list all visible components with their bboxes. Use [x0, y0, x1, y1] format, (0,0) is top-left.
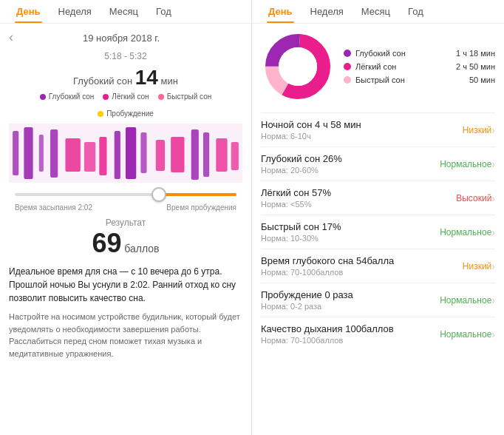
- donut-light-label: Лёгкий сон: [355, 62, 452, 71]
- donut-section: Глубокий сон 1 ч 18 мин Лёгкий сон 2 ч 5…: [261, 30, 495, 104]
- tab-right-week[interactable]: Неделя: [302, 0, 353, 23]
- donut-legend-deep: Глубокий сон 1 ч 18 мин: [344, 49, 495, 58]
- stat-status-6: Нормальное: [440, 329, 491, 340]
- stat-title-5: Пробуждение 0 раза: [261, 289, 440, 300]
- legend-wake-label: Пробуждение: [106, 109, 154, 118]
- right-tab-bar: День Неделя Месяц Год: [252, 0, 504, 24]
- chevron-icon-5: ›: [491, 294, 495, 306]
- slider-left-label: Время засыпания 2:02: [15, 203, 92, 212]
- svg-rect-15: [216, 138, 227, 172]
- svg-rect-9: [126, 127, 136, 179]
- chevron-icon-0: ›: [491, 124, 495, 136]
- tab-right-day[interactable]: День: [259, 0, 302, 23]
- svg-rect-5: [65, 138, 80, 172]
- donut-deep-label: Глубокий сон: [355, 49, 452, 58]
- stat-title-0: Ночной сон 4 ч 58 мин: [261, 119, 463, 130]
- time-range: 5:18 - 5:32: [9, 51, 242, 61]
- stat-norm-6: Норма: 70-100баллов: [261, 336, 440, 345]
- stat-row-0[interactable]: Ночной сон 4 ч 58 мин Норма: 6-10ч Низки…: [261, 112, 495, 146]
- stat-row-6[interactable]: Качество дыхания 100баллов Норма: 70-100…: [261, 317, 495, 351]
- donut-rem-value: 50 мин: [469, 75, 495, 84]
- stat-norm-1: Норма: 20-60%: [261, 166, 440, 175]
- svg-rect-8: [115, 131, 120, 179]
- stat-row-3[interactable]: Быстрый сон 17% Норма: 10-30% Нормальное…: [261, 215, 495, 249]
- stat-status-5: Нормальное: [440, 295, 491, 306]
- tab-right-month[interactable]: Месяц: [353, 0, 399, 23]
- deep-sleep-value: 14: [135, 66, 158, 89]
- stat-row-5[interactable]: Пробуждение 0 раза Норма: 0-2 раза Норма…: [261, 283, 495, 317]
- legend-rem-label: Быстрый сон: [167, 92, 212, 101]
- stat-row-4[interactable]: Время глубокого сна 54балла Норма: 70-10…: [261, 249, 495, 283]
- stat-norm-2: Норма: <55%: [261, 200, 456, 209]
- sleep-slider[interactable]: [15, 186, 236, 203]
- stat-status-0: Низкий: [463, 125, 492, 135]
- left-tab-bar: День Неделя Месяц Год: [0, 0, 251, 24]
- prev-arrow[interactable]: ‹: [9, 30, 13, 45]
- info-text-secondary: Настройте на носимом устройстве будильни…: [9, 311, 242, 360]
- stat-left-3: Быстрый сон 17% Норма: 10-30%: [261, 221, 440, 243]
- legend-rem: Быстрый сон: [158, 92, 212, 101]
- result-section: Результат 69 баллов: [9, 218, 242, 259]
- stat-norm-4: Норма: 70-100баллов: [261, 268, 463, 277]
- svg-rect-12: [171, 137, 184, 172]
- result-label: Результат: [9, 218, 242, 228]
- chevron-icon-4: ›: [491, 260, 495, 272]
- legend-light: Лёгкий сон: [103, 92, 149, 101]
- stat-title-2: Лёгкий сон 57%: [261, 187, 456, 198]
- result-score: 69: [92, 228, 122, 258]
- stat-title-1: Глубокий сон 26%: [261, 153, 440, 164]
- chevron-icon-6: ›: [491, 328, 495, 340]
- stat-title-3: Быстрый сон 17%: [261, 221, 440, 232]
- svg-rect-16: [231, 142, 239, 170]
- svg-rect-11: [156, 140, 165, 171]
- tab-left-year[interactable]: Год: [147, 0, 180, 23]
- svg-rect-4: [50, 129, 58, 178]
- donut-legend: Глубокий сон 1 ч 18 мин Лёгкий сон 2 ч 5…: [344, 49, 495, 84]
- sleep-chart: [9, 124, 242, 183]
- date-label: 19 ноября 2018 г.: [83, 33, 160, 44]
- stat-status-1: Нормальное: [440, 159, 491, 169]
- tab-left-day[interactable]: День: [7, 0, 50, 23]
- tab-right-year[interactable]: Год: [399, 0, 432, 23]
- slider-right-label: Время пробуждения: [166, 203, 236, 212]
- stat-norm-0: Норма: 6-10ч: [261, 132, 463, 141]
- legend-light-dot: [103, 94, 109, 100]
- stat-row-1[interactable]: Глубокий сон 26% Норма: 20-60% Нормально…: [261, 146, 495, 181]
- svg-rect-3: [39, 135, 44, 172]
- stat-left-1: Глубокий сон 26% Норма: 20-60%: [261, 153, 440, 175]
- donut-legend-rem: Быстрый сон 50 мин: [344, 75, 495, 84]
- stat-left-6: Качество дыхания 100баллов Норма: 70-100…: [261, 323, 440, 345]
- svg-rect-13: [191, 129, 199, 180]
- right-panel: День Неделя Месяц Год: [252, 0, 504, 435]
- donut-deep-dot: [344, 50, 351, 57]
- tab-left-week[interactable]: Неделя: [50, 0, 101, 23]
- tab-left-month[interactable]: Месяц: [101, 0, 147, 23]
- legend-deep-label: Глубокий сон: [49, 92, 95, 101]
- chevron-icon-3: ›: [491, 226, 495, 238]
- legend-wake-dot: [98, 111, 103, 117]
- stat-left-4: Время глубокого сна 54балла Норма: 70-10…: [261, 255, 463, 277]
- sleep-legend: Глубокий сон Лёгкий сон Быстрый сон Проб…: [9, 92, 242, 118]
- deep-sleep-header: Глубокий сон 14 мин: [9, 66, 242, 90]
- stat-left-5: Пробуждение 0 раза Норма: 0-2 раза: [261, 289, 440, 311]
- donut-rem-dot: [344, 76, 351, 84]
- deep-sleep-label: Глубокий сон: [73, 75, 132, 87]
- right-content: Глубокий сон 1 ч 18 мин Лёгкий сон 2 ч 5…: [252, 24, 504, 435]
- stats-list: Ночной сон 4 ч 58 мин Норма: 6-10ч Низки…: [261, 112, 495, 351]
- stat-norm-3: Норма: 10-30%: [261, 234, 440, 243]
- legend-rem-dot: [158, 94, 164, 100]
- chevron-icon-1: ›: [491, 158, 495, 170]
- stat-left-0: Ночной сон 4 ч 58 мин Норма: 6-10ч: [261, 119, 463, 141]
- stat-row-2[interactable]: Лёгкий сон 57% Норма: <55% Высокий ›: [261, 181, 495, 215]
- stat-title-4: Время глубокого сна 54балла: [261, 255, 463, 266]
- stat-status-2: Высокий: [456, 193, 491, 203]
- legend-wake: Пробуждение: [98, 109, 154, 118]
- svg-rect-10: [140, 132, 146, 173]
- slider-thumb[interactable]: [151, 187, 166, 202]
- donut-rem-label: Быстрый сон: [355, 75, 465, 84]
- stat-status-3: Нормальное: [440, 227, 491, 237]
- svg-rect-1: [13, 131, 18, 175]
- info-text: Идеальное время для сна — с 10 вечера до…: [9, 265, 242, 305]
- donut-light-dot: [344, 63, 351, 70]
- legend-deep-dot: [40, 94, 46, 100]
